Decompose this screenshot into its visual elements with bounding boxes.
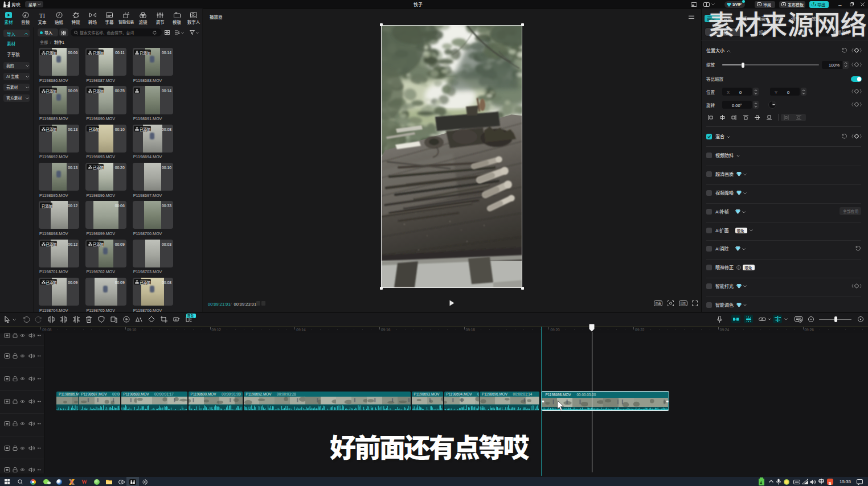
svg-text:适配: 适配 <box>680 301 687 306</box>
svg-text:TI: TI <box>39 12 46 19</box>
svg-text:原画: 原画 <box>655 301 662 306</box>
